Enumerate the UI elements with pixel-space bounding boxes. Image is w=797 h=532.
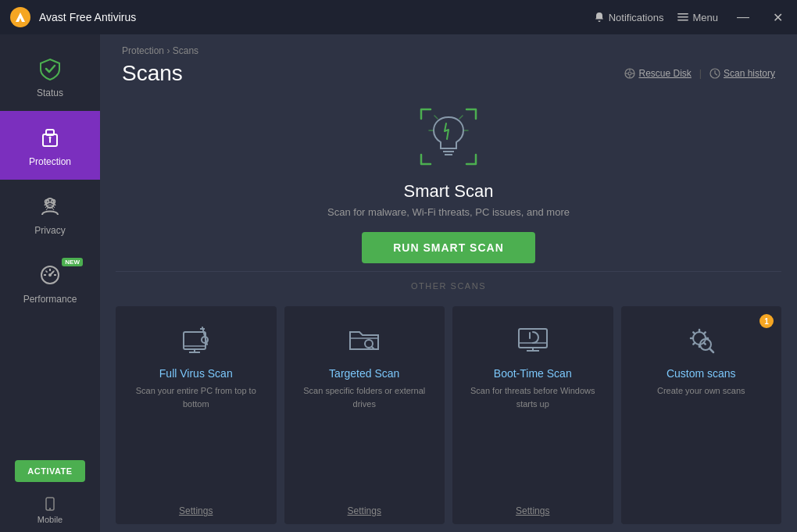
full-virus-scan-icon xyxy=(177,320,216,359)
targeted-scan-settings[interactable]: Settings xyxy=(348,505,381,516)
boot-time-scan-icon xyxy=(513,320,552,359)
avast-logo xyxy=(9,6,31,28)
sidebar-item-mobile[interactable]: Mobile xyxy=(0,488,100,532)
scan-history-label: Scan history xyxy=(724,68,775,79)
svg-point-7 xyxy=(49,137,52,139)
svg-line-57 xyxy=(694,343,695,345)
smart-scan-title: Smart Scan xyxy=(404,181,494,202)
sidebar-item-status[interactable]: Status xyxy=(0,42,100,111)
breadcrumb-separator: › xyxy=(166,45,170,56)
notifications-button[interactable]: Notifications xyxy=(594,12,664,23)
sidebar-performance-label: Performance xyxy=(23,294,77,305)
menu-button[interactable]: Menu xyxy=(677,12,718,23)
sidebar-item-privacy[interactable]: Privacy xyxy=(0,180,100,248)
sidebar-status-label: Status xyxy=(37,87,63,98)
svg-rect-1 xyxy=(677,13,688,15)
svg-line-55 xyxy=(704,343,706,345)
titlebar: Avast Free Antivirus Notifications Menu … xyxy=(0,0,797,34)
sidebar-privacy-label: Privacy xyxy=(34,225,65,236)
header-links: Rescue Disk | Scan history xyxy=(624,68,775,79)
sidebar-item-performance[interactable]: NEW Performance xyxy=(0,248,100,317)
custom-scans-title: Custom scans xyxy=(667,367,736,380)
targeted-scan-title: Targeted Scan xyxy=(329,367,399,380)
minimize-button[interactable]: — xyxy=(732,9,754,26)
smart-scan-description: Scan for malware, Wi-Fi threats, PC issu… xyxy=(327,206,570,218)
header-divider: | xyxy=(699,68,702,79)
boot-time-scan-settings[interactable]: Settings xyxy=(516,505,549,516)
svg-point-18 xyxy=(48,273,52,277)
main-content: Protection › Scans Scans xyxy=(100,34,797,532)
scan-history-link[interactable]: Scan history xyxy=(709,68,775,79)
page-header: Scans Rescue Disk | xyxy=(122,61,775,86)
full-virus-scan-title: Full Virus Scan xyxy=(159,367,233,380)
privacy-icon xyxy=(36,192,64,220)
mobile-icon xyxy=(42,496,58,512)
notifications-label: Notifications xyxy=(609,12,664,23)
targeted-scan-desc: Scan specific folders or external drives xyxy=(294,384,436,499)
titlebar-actions: Notifications Menu — ✕ xyxy=(594,9,788,27)
breadcrumb-current: Scans xyxy=(173,45,198,56)
svg-point-22 xyxy=(628,72,631,75)
clock-icon xyxy=(709,68,720,79)
smart-scan-icon xyxy=(413,102,484,172)
svg-rect-2 xyxy=(677,16,688,18)
other-scans-label: OTHER SCANS xyxy=(116,271,781,298)
custom-scans-desc: Create your own scans xyxy=(657,384,745,516)
boot-time-scan-title: Boot-Time Scan xyxy=(494,367,572,380)
svg-rect-3 xyxy=(677,20,688,21)
svg-line-34 xyxy=(459,116,463,119)
new-badge: NEW xyxy=(62,258,83,266)
boot-time-scan-card[interactable]: Boot-Time Scan Scan for threats before W… xyxy=(452,306,613,524)
svg-line-59 xyxy=(709,348,713,352)
rescue-disk-icon xyxy=(624,68,635,79)
protection-icon xyxy=(36,123,64,152)
svg-line-54 xyxy=(694,332,695,334)
boot-time-scan-desc: Scan for threats before Windows starts u… xyxy=(462,384,604,499)
svg-line-33 xyxy=(434,116,438,119)
rescue-disk-link[interactable]: Rescue Disk xyxy=(624,68,691,79)
rescue-disk-label: Rescue Disk xyxy=(638,68,691,79)
full-virus-scan-settings[interactable]: Settings xyxy=(179,505,213,516)
run-smart-scan-button[interactable]: RUN SMART SCAN xyxy=(362,232,535,263)
custom-scans-icon xyxy=(681,320,720,359)
status-icon xyxy=(36,55,64,83)
breadcrumb-parent[interactable]: Protection xyxy=(122,45,164,56)
bell-icon xyxy=(594,12,605,23)
smart-scan-area: Smart Scan Scan for malware, Wi-Fi threa… xyxy=(100,86,797,271)
scan-cards: Full Virus Scan Scan your entire PC from… xyxy=(116,306,781,524)
full-virus-scan-desc: Scan your entire PC from top to bottom xyxy=(125,384,267,499)
targeted-scan-card[interactable]: Targeted Scan Scan specific folders or e… xyxy=(284,306,445,524)
menu-icon xyxy=(677,13,688,21)
close-button[interactable]: ✕ xyxy=(768,9,788,27)
activate-button[interactable]: ACTIVATE xyxy=(15,460,85,482)
svg-line-16 xyxy=(46,271,48,273)
performance-icon xyxy=(36,261,64,289)
full-virus-scan-card[interactable]: Full Virus Scan Scan your entire PC from… xyxy=(116,306,277,524)
app-body: Status Protection xyxy=(0,34,797,532)
sidebar-protection-label: Protection xyxy=(29,156,71,167)
menu-label: Menu xyxy=(692,12,718,23)
sidebar: Status Protection xyxy=(0,34,100,532)
page-title: Scans xyxy=(122,61,183,86)
sidebar-item-protection[interactable]: Protection xyxy=(0,111,100,180)
app-title: Avast Free Antivirus xyxy=(39,11,594,23)
svg-line-56 xyxy=(704,332,706,334)
custom-scans-card[interactable]: 1 xyxy=(621,306,782,524)
sidebar-mobile-label: Mobile xyxy=(38,515,63,524)
breadcrumb: Protection › Scans xyxy=(122,45,775,56)
custom-scans-badge: 1 xyxy=(759,314,774,328)
targeted-scan-icon xyxy=(345,320,384,359)
other-scans-section: OTHER SCANS xyxy=(100,271,797,532)
top-bar: Protection › Scans Scans xyxy=(100,34,797,86)
